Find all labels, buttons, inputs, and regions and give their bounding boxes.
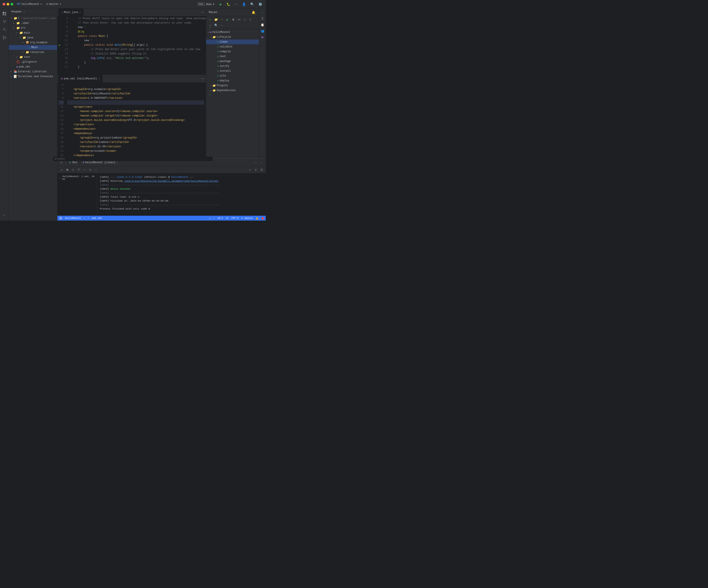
activity-structure-icon[interactable] [1, 34, 8, 41]
status-warnings-icon[interactable]: ⚠ [209, 217, 211, 220]
maven-test-item[interactable]: ⊙ test [206, 54, 259, 59]
run-more-button[interactable]: ⋯ [253, 160, 258, 165]
run-tab-maven-icon: m [83, 161, 84, 164]
tab-main-java[interactable]: ☕ Main.java ✕ [58, 8, 84, 16]
run-settings-button[interactable]: ⚙ [88, 167, 93, 172]
tree-item-main-folder[interactable]: ▼ 📁 main [9, 30, 57, 35]
tree-item-org-example[interactable]: ▼ 📦 org.example [9, 40, 57, 45]
run-output-line-10: Process finished with exit code 0 [100, 207, 263, 211]
status-position[interactable]: 10:1 [217, 217, 223, 219]
main-java-code[interactable]: // Press Shift twice to open the Search … [70, 16, 206, 74]
maven-stop-button[interactable]: ⏹ [231, 17, 236, 22]
run-gutter-icon[interactable]: ▶ [57, 43, 62, 47]
run-stop-button[interactable]: ⏹ [65, 167, 70, 172]
project-selector[interactable]: HM helloMaven2 ▾ [17, 2, 42, 6]
run-more2-button[interactable]: ⋯ [94, 167, 98, 172]
side-icon-5[interactable]: m [260, 35, 265, 40]
settings-button[interactable]: ⚙️ [258, 2, 263, 7]
status-vcs-icon[interactable]: ✓ [213, 217, 215, 220]
maven-package-item[interactable]: ⊙ package [206, 59, 259, 64]
maven-clean-item[interactable]: ⊙ clean [206, 39, 259, 44]
maven-compile-item[interactable]: ⊙ compile [206, 49, 259, 54]
side-icon-db[interactable]: 🗄 [260, 16, 265, 21]
run-rerun-button[interactable]: ↺ [59, 167, 64, 172]
tab-close-pom[interactable]: ✕ [98, 78, 100, 80]
tree-item-ext-libraries[interactable]: ▶ 📚 External Libraries [9, 69, 57, 74]
run-restore-button[interactable]: ⊟ [70, 167, 76, 172]
maven-more2-button[interactable]: ⋯ [219, 23, 224, 28]
activity-vcs-icon[interactable] [1, 18, 8, 25]
tab-close-main[interactable]: ✕ [80, 11, 81, 14]
maven-run-button[interactable]: ▶ [225, 17, 230, 22]
maven-deploy-item[interactable]: ⊙ deploy [206, 78, 259, 83]
close-button[interactable] [3, 3, 5, 5]
maven-skip-button[interactable]: ⏭ [237, 17, 241, 22]
pom-xml-code[interactable]: <groupId>org.example</groupId> <artifact… [65, 83, 206, 158]
branch-selector[interactable]: ⎇ master ▾ [46, 2, 61, 6]
run-eye-button[interactable]: 👁 [76, 167, 81, 172]
run-tab-label: Run [72, 161, 77, 164]
site-icon: ⊙ [217, 74, 219, 78]
tree-item-gitignore[interactable]: ▶ 🚫 .gitignore [9, 60, 57, 64]
maven-validate-item[interactable]: ⊙ validate [206, 44, 259, 49]
tree-item-src[interactable]: ▼ 📁 src [9, 26, 57, 30]
tree-item-idea[interactable]: ▶ 📁 .idea [9, 21, 57, 26]
status-line-ending[interactable]: LF [226, 217, 229, 219]
tree-item-java-folder[interactable]: ▼ 📁 java [9, 35, 57, 40]
debug-button[interactable]: 🐛 [226, 2, 231, 7]
main-java-pane: ☕ Main.java ✕ ⋯ [57, 8, 206, 74]
maven-bell-button[interactable]: 🔔 [251, 10, 256, 15]
tab-pom-xml[interactable]: m pom.xml (helloMaven2) ✕ [58, 75, 102, 83]
tree-item-test[interactable]: ▶ 📁 test [9, 55, 57, 60]
run-align2-button[interactable]: ≣ [253, 167, 258, 172]
run-sidebar-list: ✓ helloMaven2: 1 sec, 34 ms [57, 173, 97, 216]
maven-lifecycle-item[interactable]: ▼ 📁 Lifecycle [206, 35, 259, 39]
maven-project-item[interactable]: ▼ m helloMaven2 [206, 30, 259, 35]
maven-add-button[interactable]: 📁 [214, 17, 218, 22]
tree-item-Main[interactable]: ▶ ☕ Main [9, 45, 57, 50]
side-icon-4[interactable]: 👥 [260, 29, 265, 33]
run-tab-close[interactable]: ✕ [116, 161, 118, 164]
activity-find-icon[interactable] [1, 26, 8, 33]
side-icon-3[interactable]: 📋 [260, 23, 265, 27]
run-minimize-button[interactable]: — [259, 160, 264, 165]
maven-install-item[interactable]: ⊙ install [206, 69, 259, 73]
maven-reload-button[interactable]: ↻ [208, 17, 213, 22]
account-button[interactable]: 👤 [241, 2, 247, 7]
tree-item-pom[interactable]: ▶ m pom.xml [9, 64, 57, 69]
run-item-helloMaven2[interactable]: ✓ helloMaven2: 1 sec, 34 ms [57, 174, 97, 181]
status-indent[interactable]: 4 spaces [241, 217, 253, 219]
activity-more-icon[interactable]: ⋯ [1, 212, 8, 219]
status-encoding[interactable]: UTF-8 [231, 217, 239, 219]
pom-more-button[interactable]: ⋯ [200, 76, 205, 82]
maven-plugins-item[interactable]: ▶ 📁 Plugins [206, 83, 259, 88]
run-config-button[interactable]: Main Main ▾ [196, 2, 216, 7]
maven-find-button[interactable]: 🔍 [214, 23, 218, 28]
tree-item-helloMaven2[interactable]: ▼ 📁 helloMaven2 ~/Desktop/CS/JavaEE/1 Ja… [9, 16, 57, 21]
run-output-line-2: [INFO] Deleting /Users/ave/Desktop/CS/Ja… [100, 179, 263, 183]
maven-site-item[interactable]: ⊙ site [206, 73, 259, 78]
minimize-button[interactable] [7, 3, 9, 5]
maven-verify-item[interactable]: ⊙ verify [206, 64, 259, 69]
maximize-button[interactable] [10, 3, 13, 5]
search-button[interactable]: 🔍 [249, 2, 255, 7]
maven-toggle2-button[interactable]: ⊘ [248, 17, 253, 22]
run-output-path-link[interactable]: /Users/ave/Desktop/CS/JavaEE/1_JavaWeb/C… [124, 180, 218, 182]
maven-toggle-button[interactable]: ≡ [242, 17, 247, 22]
activity-project-icon[interactable] [1, 10, 8, 17]
run-button[interactable]: ▶ [219, 2, 223, 7]
tree-item-resources[interactable]: ▶ 📁 resources [9, 50, 57, 55]
run-align-button[interactable]: ≡ [247, 167, 253, 172]
status-project-name[interactable]: helloMaven2 [65, 217, 81, 219]
tree-item-scratches[interactable]: ▶ 📝 Scratches and Consoles [9, 74, 57, 79]
maven-dependencies-item[interactable]: ▶ 📁 Dependencies [206, 88, 259, 93]
run-output-info3: --- [188, 176, 194, 179]
tree-label-src: src [21, 27, 26, 30]
side-icon-1[interactable]: ✓ [260, 10, 265, 15]
run-wrap-button[interactable]: ↩ [82, 167, 87, 172]
editor-more-button[interactable]: ⋯ [200, 10, 205, 15]
more-button[interactable]: ⋯ [234, 2, 239, 7]
run-clear-button[interactable]: 🗑 [259, 167, 264, 172]
title-bar-center: HM helloMaven2 ▾ ⎇ master ▾ [17, 2, 196, 6]
maven-download-button[interactable]: ⬇ [219, 17, 224, 22]
